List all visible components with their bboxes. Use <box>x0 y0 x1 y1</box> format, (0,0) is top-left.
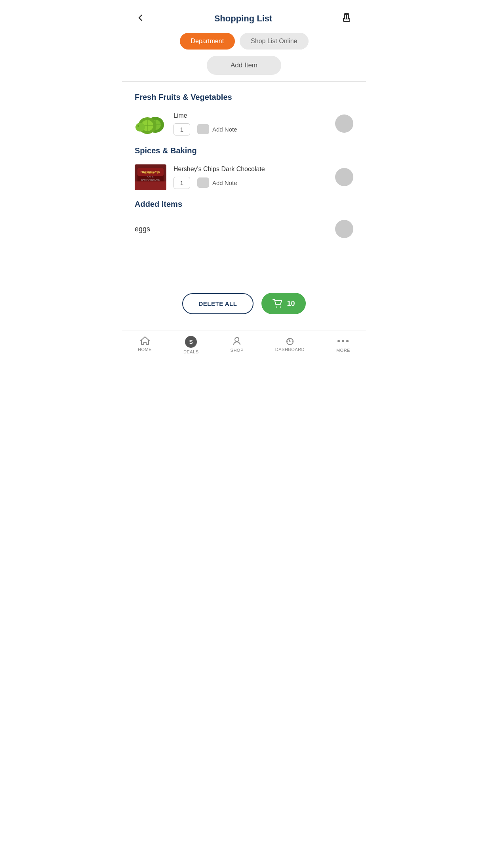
add-item-wrapper: Add Item <box>122 56 366 81</box>
svg-point-18 <box>280 307 281 308</box>
eggs-name: eggs <box>135 225 335 233</box>
hersheys-details: Hershey's Chips Dark Chocolate 1 Add Not… <box>173 166 328 189</box>
lime-toggle[interactable] <box>335 114 353 133</box>
bottom-nav: HOME S DEALS SHOP DASHBOARD MOR <box>122 330 366 358</box>
svg-point-19 <box>235 338 239 341</box>
nav-deals-label: DEALS <box>183 349 199 354</box>
hersheys-controls: 1 Add Note <box>173 177 328 189</box>
hersheys-name: Hershey's Chips Dark Chocolate <box>173 166 328 173</box>
svg-point-21 <box>289 341 290 342</box>
list-item-eggs: eggs <box>122 213 366 245</box>
hersheys-qty[interactable]: 1 <box>173 177 190 189</box>
svg-point-17 <box>276 307 277 308</box>
shop-icon <box>232 336 242 346</box>
cart-button[interactable]: 10 <box>261 293 306 314</box>
lime-svg <box>135 110 166 137</box>
svg-rect-12 <box>137 168 164 176</box>
lime-name: Lime <box>173 112 328 119</box>
divider-top <box>122 81 366 82</box>
share-button[interactable] <box>340 11 353 26</box>
bottom-actions: DELETE ALL 10 <box>122 277 366 322</box>
eggs-toggle[interactable] <box>335 220 353 238</box>
section-header-fresh-fruits: Fresh Fruits & Vegetables <box>122 88 366 106</box>
dashboard-icon <box>285 336 295 345</box>
share-icon <box>341 13 352 23</box>
more-icon <box>337 336 349 346</box>
header: Shopping List <box>122 0 366 33</box>
nav-item-dashboard[interactable]: DASHBOARD <box>275 336 305 354</box>
list-item-hersheys: HERSHEY'S CHIPS DARK CHOCOLATE Hershey's… <box>122 159 366 195</box>
lime-controls: 1 Add Note <box>173 123 328 135</box>
nav-item-more[interactable]: MORE <box>336 336 350 354</box>
hersheys-note-label: Add Note <box>212 179 237 186</box>
lime-note-checkbox[interactable] <box>197 124 209 134</box>
lime-image <box>135 110 166 137</box>
nav-home-label: HOME <box>138 347 152 352</box>
svg-text:HERSHEY'S: HERSHEY'S <box>143 171 159 174</box>
hersheys-bag: HERSHEY'S CHIPS DARK CHOCOLATE <box>137 166 164 188</box>
lime-note-label: Add Note <box>212 126 237 133</box>
svg-point-9 <box>135 123 145 132</box>
hersheys-svg: HERSHEY'S CHIPS DARK CHOCOLATE <box>135 164 166 190</box>
page-title: Shopping List <box>214 13 273 24</box>
nav-item-deals[interactable]: S DEALS <box>183 336 199 354</box>
hersheys-note-checkbox[interactable] <box>197 177 209 188</box>
add-item-button[interactable]: Add Item <box>207 56 281 75</box>
svg-point-10 <box>137 125 139 127</box>
delete-all-button[interactable]: DELETE ALL <box>182 293 254 314</box>
list-item-lime: Lime 1 Add Note <box>122 106 366 141</box>
nav-item-home[interactable]: HOME <box>138 336 152 354</box>
back-button[interactable] <box>135 12 147 25</box>
nav-dashboard-label: DASHBOARD <box>275 347 305 352</box>
nav-item-shop[interactable]: SHOP <box>231 336 244 354</box>
nav-shop-label: SHOP <box>231 348 244 353</box>
svg-text:DARK CHOCOLATE: DARK CHOCOLATE <box>141 179 160 181</box>
hersheys-image: HERSHEY'S CHIPS DARK CHOCOLATE <box>135 163 166 191</box>
svg-rect-16 <box>141 182 160 185</box>
svg-text:CHIPS: CHIPS <box>147 176 154 178</box>
cart-icon <box>273 299 283 308</box>
nav-more-label: MORE <box>336 348 350 353</box>
section-header-added-items: Added Items <box>122 195 366 213</box>
hersheys-toggle[interactable] <box>335 168 353 186</box>
back-icon <box>136 13 145 22</box>
spacer <box>122 245 366 277</box>
hersheys-note-wrapper: Add Note <box>197 177 237 188</box>
tab-department[interactable]: Department <box>180 33 235 50</box>
cart-count: 10 <box>287 300 295 308</box>
tab-shop-list-online[interactable]: Shop List Online <box>240 33 308 50</box>
section-header-spices: Spices & Baking <box>122 141 366 159</box>
lime-qty[interactable]: 1 <box>173 123 190 135</box>
home-icon <box>140 336 150 345</box>
lime-details: Lime 1 Add Note <box>173 112 328 135</box>
deals-icon: S <box>185 336 197 348</box>
lime-note-wrapper: Add Note <box>197 124 237 134</box>
tabs-container: Department Shop List Online <box>122 33 366 56</box>
